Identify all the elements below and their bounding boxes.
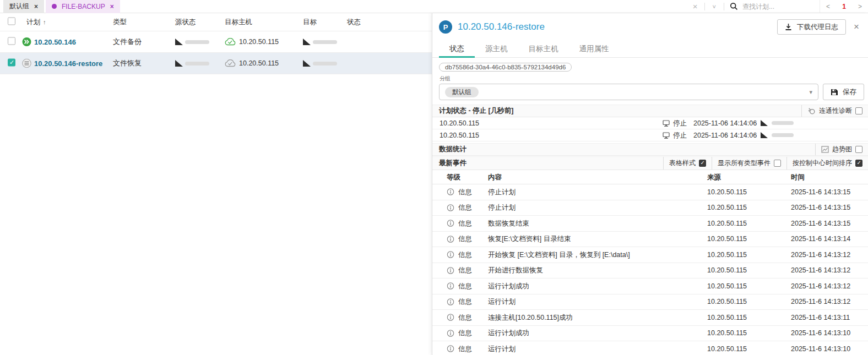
event-level: 信息 [458,329,472,338]
event-level: 信息 [458,266,472,275]
event-level: 信息 [458,250,472,259]
event-source: 10.20.50.115 [707,314,747,321]
trend-chart-toggle[interactable]: 趋势图 [815,144,868,155]
select-all-checkbox[interactable] [8,18,15,25]
tab-target-host[interactable]: 目标主机 [518,41,569,57]
column-header-source: 来源 [707,172,721,182]
tab-status[interactable]: 状态 [439,41,475,57]
info-icon [447,188,454,196]
close-icon[interactable]: × [854,21,859,32]
trend-chart-icon [821,146,829,153]
source-status-gauge [175,39,209,45]
event-row: 信息 运行计划 10.20.50.115 2025-11-6 14:13:10 [432,341,868,355]
events-table-header: 等级 内容 来源 时间 [432,170,868,184]
plan-avatar: P [439,20,452,34]
sort-asc-icon: ↑ [43,19,46,25]
info-icon [447,235,454,243]
event-time: 2025-11-6 14:13:11 [791,314,850,321]
cloud-check-icon [225,38,236,46]
column-header-plan[interactable]: 计划↑ [26,18,46,27]
table-style-checkbox[interactable] [699,160,706,167]
event-row: 信息 运行计划成功 10.20.50.115 2025-11-6 14:13:1… [432,326,868,342]
event-content: 数据恢复结束 [488,219,529,228]
save-button[interactable]: 保存 [823,84,864,100]
event-level: 信息 [458,234,472,244]
table-row-plan-backup[interactable]: 10.20.50.146 文件备份 10.20.50.115 [0,31,432,53]
prev-page-button[interactable]: < [820,3,836,10]
close-icon[interactable]: × [34,3,38,10]
tab-source-host[interactable]: 源主机 [475,41,518,57]
chevron-down-icon[interactable]: ˅ [705,3,724,10]
connectivity-diagnostics-toggle[interactable]: 连通性诊断 [801,105,868,117]
host-state-label: 停止 [673,130,687,140]
row-checkbox[interactable] [8,59,15,67]
event-level: 信息 [458,297,472,307]
info-icon [447,329,454,337]
source-status-gauge [175,60,209,67]
group-tag[interactable]: 默认组 [445,87,479,97]
event-content: 停止计划 [488,203,516,212]
host-name: 10.20.50.115 [440,132,479,139]
event-level: 信息 [458,187,472,196]
host-name: 10.20.50.115 [440,119,479,127]
sort-by-control-center-time-toggle[interactable]: 按控制中心时间排序 [786,157,868,170]
diagnostics-checkbox[interactable] [855,107,862,114]
column-header-type[interactable]: 类型 [113,18,127,27]
column-header-target-host[interactable]: 目标主机 [225,18,252,27]
event-time: 2025-11-6 14:13:15 [791,204,850,211]
event-time: 2025-11-6 14:13:12 [791,251,850,259]
event-level: 信息 [458,313,472,322]
download-agent-log-button[interactable]: 下载代理日志 [777,19,846,35]
plans-table: 计划↑ 类型 源状态 目标主机 目标 状态 10.20.50.146 文件备份 … [0,13,432,355]
plan-name-link[interactable]: 10.20.50.146 [34,38,76,46]
show-all-event-types-checkbox[interactable] [774,160,781,167]
wedge-icon [175,39,183,45]
clear-icon[interactable]: × [686,2,704,11]
event-source: 10.20.50.115 [707,266,747,274]
tab-general-props[interactable]: 通用属性 [569,41,620,57]
current-page: 1 [836,3,852,10]
column-header-status[interactable]: 状态 [347,18,361,27]
sort-by-control-center-time-checkbox[interactable] [855,160,862,167]
pagination: < 1 > [820,0,868,13]
event-time: 2025-11-6 14:13:10 [791,345,850,353]
info-icon [447,220,454,227]
event-time: 2025-11-6 14:13:15 [791,220,850,227]
event-level: 信息 [458,344,472,353]
event-content: 运行计划 [488,344,516,353]
column-header-content: 内容 [488,172,502,182]
next-page-button[interactable]: > [852,3,868,10]
table-style-toggle[interactable]: 表格样式 [663,157,712,170]
tab-default-group[interactable]: 默认组 × [3,0,44,13]
event-row: 信息 恢复[E:\文档资料] 目录结束 10.20.50.115 2025-11… [432,232,868,248]
row-checkbox[interactable] [8,37,15,45]
wedge-icon [761,120,768,126]
trend-chart-checkbox[interactable] [855,146,862,153]
event-row: 信息 开始恢复 [E:\文档资料] 目录，恢复到 [E:\data\] 10.2… [432,247,868,263]
plan-name-link[interactable]: 10.20.50.146-restore [34,59,102,68]
event-content: 开始恢复 [E:\文档资料] 目录，恢复到 [E:\data\] [488,250,630,259]
event-row: 信息 停止计划 10.20.50.115 2025-11-6 14:13:15 [432,184,868,200]
close-icon[interactable]: × [110,3,114,10]
event-source: 10.20.50.115 [707,345,747,353]
top-tab-bar: 默认组 × FILE-BACKUP × × ˅ < 1 > [0,0,868,13]
target-host-cell: 10.20.50.115 [225,59,279,67]
plan-type: 文件恢复 [113,58,142,68]
diagnostics-icon [807,107,816,115]
column-header-target[interactable]: 目标 [303,18,317,27]
target-gauge [303,60,337,67]
show-all-event-types-toggle[interactable]: 显示所有类型事件 [712,157,786,170]
event-content: 运行计划成功 [488,329,529,338]
column-header-level: 等级 [447,172,460,182]
column-header-source-status[interactable]: 源状态 [175,18,196,27]
info-icon [447,298,454,305]
group-select[interactable]: 默认组 ▾ [439,84,818,100]
event-source: 10.20.50.115 [707,298,747,305]
event-source: 10.20.50.115 [707,235,747,243]
tab-file-backup[interactable]: FILE-BACKUP × [46,0,120,13]
chevron-down-icon: ▾ [809,89,812,96]
search-input[interactable] [742,3,814,10]
download-icon [785,23,792,31]
table-row-plan-restore[interactable]: 10.20.50.146-restore 文件恢复 10.20.50.115 [0,53,432,74]
host-status-row: 10.20.50.115 停止 2025-11-06 14:14:06 [432,117,868,129]
